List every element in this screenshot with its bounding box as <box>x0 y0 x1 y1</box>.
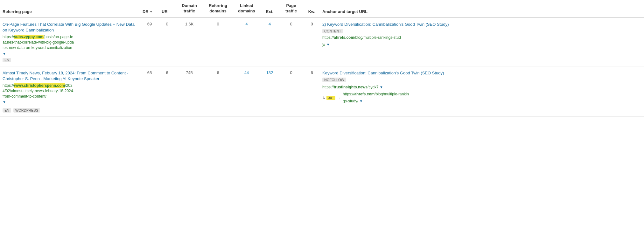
anchor-title-1[interactable]: 2) Keyword Diversification: Cannibalizat… <box>322 22 641 27</box>
col-header-page-traffic: Page traffic <box>278 0 304 17</box>
col-header-ur: UR <box>159 0 175 17</box>
redirect-301-badge: 301 <box>326 96 335 100</box>
url-prefix-1: https:// <box>3 35 14 39</box>
page-traffic-cell-2: 0 <box>278 66 304 117</box>
kw-cell-2: 6 <box>304 66 320 117</box>
ext-cell-2: 132 <box>261 66 278 117</box>
anchor-dropdown-1[interactable]: ▼ <box>326 42 330 48</box>
anchor-url-1[interactable]: https://ahrefs.com/blog/multiple-ranking… <box>322 35 641 48</box>
anchor-badge-1: CONTENT <box>322 29 641 35</box>
ref-domains-cell-1: 0 <box>204 17 232 66</box>
table-row: On-Page Features That Correlate With Big… <box>0 17 644 66</box>
page-title-1[interactable]: On-Page Features That Correlate With Big… <box>3 22 137 33</box>
sort-icon: ▼ <box>150 10 153 13</box>
linked-domains-cell-1: 4 <box>232 17 261 66</box>
url-prefix-2: https:// <box>3 83 14 88</box>
page-url-2[interactable]: https://www.christopherspenn.com/2024/02… <box>3 83 137 99</box>
lang-tag-wordpress-2: WORDPRESS <box>13 108 40 113</box>
anchor-domain-bold-2: trustinsights.news <box>334 85 368 89</box>
table-header-row: Referring page DR ▼ UR Domain traffic Re… <box>0 0 644 17</box>
ext-cell-1: 4 <box>261 17 278 66</box>
lang-tags-2: EN WORDPRESS <box>3 106 137 113</box>
anchor-cell-1: 2) Keyword Diversification: Cannibalizat… <box>320 17 644 66</box>
col-header-dr[interactable]: DR ▼ <box>140 0 159 17</box>
ur-cell-2: 6 <box>159 66 175 117</box>
anchor-domain-bold-1: ahrefs.com <box>334 35 354 40</box>
domain-traffic-cell-2: 745 <box>175 66 204 117</box>
lang-tag-en-2: EN <box>3 108 11 113</box>
dropdown-arrow-1[interactable]: ▼ <box>3 52 6 56</box>
col-header-referring-domains: Referring domains <box>204 0 232 17</box>
col-header-linked-domains: Linked domains <box>232 0 261 17</box>
domain-traffic-cell-1: 1.6K <box>175 17 204 66</box>
anchor-dropdown-2[interactable]: ▼ <box>380 85 383 90</box>
redirect-icon-2: ↳ <box>322 96 326 100</box>
anchor-url-2[interactable]: https://trustinsights.news/cydx7 ▼ <box>322 83 641 90</box>
redirect-dropdown[interactable]: ▼ <box>359 99 363 104</box>
linked-domains-cell-2: 44 <box>232 66 261 117</box>
referring-page-cell-1: On-Page Features That Correlate With Big… <box>0 17 140 66</box>
dropdown-arrow-2[interactable]: ▼ <box>3 100 6 104</box>
lang-tags-1: EN <box>3 56 137 62</box>
dr-cell-1: 69 <box>140 17 159 66</box>
main-table-container: Referring page DR ▼ UR Domain traffic Re… <box>0 0 644 117</box>
dr-cell-2: 65 <box>140 66 159 117</box>
anchor-cell-2: Keyword Diversification: Cannibalization… <box>320 66 644 117</box>
ur-cell-1: 0 <box>159 17 175 66</box>
page-url-1[interactable]: https://subs.zyppy.com/posts/on-page-fea… <box>3 34 137 50</box>
anchor-title-2[interactable]: Keyword Diversification: Cannibalization… <box>322 70 641 76</box>
page-title-2[interactable]: Almost Timely News, Febuary 18, 2024: Fr… <box>3 70 137 82</box>
kw-cell-1: 0 <box>304 17 320 66</box>
nofollow-badge-2: NOFOLLOW <box>322 78 346 82</box>
col-header-kw: Kw. <box>304 0 320 17</box>
col-header-domain-traffic: Domain traffic <box>175 0 204 17</box>
redirect-right-arrow: → <box>337 96 341 100</box>
table-row: Almost Timely News, Febuary 18, 2024: Fr… <box>0 66 644 117</box>
col-header-ext: Ext. <box>261 0 278 17</box>
anchor-badge-2: NOFOLLOW <box>322 77 641 83</box>
content-badge-1: CONTENT <box>322 29 343 33</box>
redirect-domain-bold: ahrefs.com <box>354 92 374 96</box>
page-traffic-cell-1: 0 <box>278 17 304 66</box>
lang-tag-en-1: EN <box>3 58 11 62</box>
domain-highlight-2: www.christopherspenn.com <box>14 83 65 88</box>
col-header-referring-page: Referring page <box>0 0 140 17</box>
domain-highlight-1: subs.zyppy.com <box>14 35 43 39</box>
redirect-target-url[interactable]: https://ahrefs.com/blog/multiple-ranking… <box>343 91 409 104</box>
redirect-line-2: ↳ 301 → https://ahrefs.com/blog/multiple… <box>322 91 641 104</box>
referring-page-cell-2: Almost Timely News, Febuary 18, 2024: Fr… <box>0 66 140 117</box>
backlinks-table: Referring page DR ▼ UR Domain traffic Re… <box>0 0 644 117</box>
col-header-anchor-url: Anchor and target URL <box>320 0 644 17</box>
ref-domains-cell-2: 6 <box>204 66 232 117</box>
